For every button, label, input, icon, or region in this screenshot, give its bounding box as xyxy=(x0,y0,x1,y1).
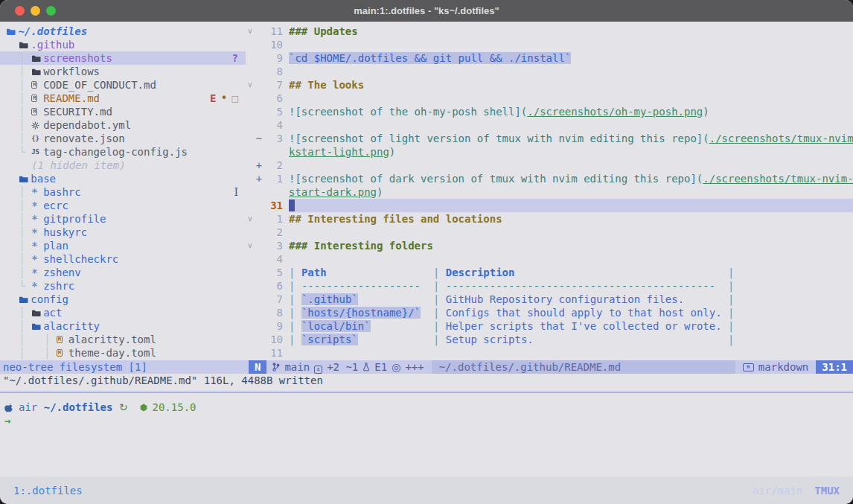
tree-item-tag-changelog-config-js[interactable]: └ JStag-changelog-config.js xyxy=(0,145,246,159)
editor-line[interactable]: ∨11### Updates xyxy=(246,25,853,38)
line-number: 4 xyxy=(263,252,283,266)
editor-line[interactable]: 11 xyxy=(246,346,853,360)
prompt-arrow[interactable]: → xyxy=(4,414,10,427)
editor-line[interactable]: 9`cd $HOME/.dotfiles && git pull && ./in… xyxy=(246,51,853,65)
editor-line[interactable]: 6 xyxy=(246,92,853,105)
fold-marker[interactable]: ∨ xyxy=(246,212,255,226)
editor-line[interactable]: 8 xyxy=(246,65,853,78)
git-segment: main ±+2 ~1 E1 ◎+++ xyxy=(266,360,431,374)
tree-item-act[interactable]: │ act xyxy=(0,306,246,319)
editor-line[interactable]: 31 xyxy=(246,199,853,212)
tree-item-zshrc[interactable]: └ *zshrc xyxy=(0,279,246,293)
tree-item-theme-day-toml[interactable]: │ │ Mtheme-day.toml xyxy=(0,346,246,360)
fold-marker[interactable] xyxy=(246,185,255,199)
sync-icon: ↻ xyxy=(119,401,128,414)
editor-line[interactable]: 7| `.github` | GitHub Repository configu… xyxy=(246,293,853,306)
tree-item-label: tag-changelog-config.js xyxy=(43,145,188,159)
fold-marker[interactable] xyxy=(246,293,255,306)
line-text: kstart-light.png) xyxy=(289,145,853,159)
tree-item-badges: E•□ xyxy=(210,92,238,105)
tree-item-base[interactable]: base xyxy=(0,172,246,185)
fold-marker[interactable] xyxy=(246,65,255,78)
editor-line[interactable]: 5| Path | Description | xyxy=(246,266,853,279)
fold-marker[interactable] xyxy=(246,226,255,239)
fold-marker[interactable]: ∨ xyxy=(246,78,255,92)
tree-item-workflows[interactable]: │ workflows xyxy=(0,65,246,78)
editor-line[interactable]: kstart-light.png) xyxy=(246,145,853,159)
editor-line[interactable]: 8| `hosts/{hostname}/` | Configs that sh… xyxy=(246,306,853,319)
tree-item-label: (1 hidden item) xyxy=(31,159,125,172)
tree-item-screenshots[interactable]: │ screenshots? xyxy=(0,51,246,65)
fold-marker[interactable] xyxy=(246,199,255,212)
git-sign xyxy=(255,333,263,346)
fold-marker[interactable] xyxy=(246,92,255,105)
tree-item-zshenv[interactable]: │ *zshenv xyxy=(0,266,246,279)
fold-marker[interactable]: ∨ xyxy=(246,25,255,38)
tmux-window-tab[interactable]: 1:.dotfiles xyxy=(13,485,83,497)
fold-marker[interactable] xyxy=(246,266,255,279)
tree-guides xyxy=(0,293,19,306)
fold-marker[interactable] xyxy=(246,279,255,293)
fold-marker[interactable] xyxy=(246,105,255,118)
fold-marker[interactable]: ∨ xyxy=(246,239,255,252)
fold-marker[interactable] xyxy=(246,159,255,172)
tree-item-config[interactable]: config xyxy=(0,293,246,306)
tree-item-bashrc[interactable]: │ *bashrcI xyxy=(0,185,246,199)
tree-item-shellcheckrc[interactable]: │ *shellcheckrc xyxy=(0,252,246,266)
line-text: ![screenshot of dark version of tmux wit… xyxy=(289,172,853,185)
editor-line[interactable]: start-dark.png) xyxy=(246,185,853,199)
fold-marker[interactable] xyxy=(246,333,255,346)
tree-item-dotfiles[interactable]: ~/.dotfiles xyxy=(0,25,246,38)
editor-line[interactable]: +2 xyxy=(246,159,853,172)
tree-item-github[interactable]: .github xyxy=(0,38,246,51)
fold-marker[interactable] xyxy=(246,145,255,159)
editor-line[interactable]: ~3![screenshot of light version of tmux … xyxy=(246,132,853,145)
fold-marker[interactable] xyxy=(246,306,255,319)
editor-line[interactable]: 5![screenshot of the oh-my-posh shell](.… xyxy=(246,105,853,118)
tree-item-label: zshrc xyxy=(43,279,74,293)
git-sign xyxy=(255,105,263,118)
line-number: 5 xyxy=(263,105,283,118)
editor-line[interactable]: +1![screenshot of dark version of tmux w… xyxy=(246,172,853,185)
tree-item-dependabot-yml[interactable]: │ dependabot.yml xyxy=(0,118,246,132)
editor-line[interactable]: 10| `scripts` | Setup scripts. | xyxy=(246,333,853,346)
tree-item-gitprofile[interactable]: │ *gitprofile xyxy=(0,212,246,226)
fold-marker[interactable] xyxy=(246,132,255,145)
tree-item-code-of-conduct-md[interactable]: │ MCODE_OF_CONDUCT.md xyxy=(0,78,246,92)
tree-item-1-hidden-item[interactable]: (1 hidden item) xyxy=(0,159,246,172)
fold-marker[interactable] xyxy=(246,252,255,266)
editor-line[interactable]: ∨7## The looks xyxy=(246,78,853,92)
fold-marker[interactable] xyxy=(246,38,255,51)
tree-item-plan[interactable]: │ *plan xyxy=(0,239,246,252)
fold-marker[interactable] xyxy=(246,319,255,333)
line-text: ### Interesting folders xyxy=(289,239,853,252)
editor-line[interactable]: 9| `local/bin` | Helper scripts that I'v… xyxy=(246,319,853,333)
fold-marker[interactable] xyxy=(246,51,255,65)
editor-line[interactable]: 2 xyxy=(246,226,853,239)
editor-line[interactable]: 10 xyxy=(246,38,853,51)
tree-item-ecrc[interactable]: │ *ecrc xyxy=(0,199,246,212)
toml-file-icon: M xyxy=(57,349,63,357)
git-sign xyxy=(255,279,263,293)
tree-item-readme-md[interactable]: │ MREADME.mdE•□ xyxy=(0,92,246,105)
fold-marker[interactable] xyxy=(246,172,255,185)
editor-line[interactable]: 6| ------------------- | ---------------… xyxy=(246,279,853,293)
line-number: 9 xyxy=(263,51,283,65)
tree-item-alacritty[interactable]: │ alacritty xyxy=(0,319,246,333)
tree-item-huskyrc[interactable]: │ *huskyrc xyxy=(0,226,246,239)
editor-buffer: ∨11### Updates109`cd $HOME/.dotfiles && … xyxy=(246,22,853,360)
tree-item-security-md[interactable]: │ MSECURITY.md xyxy=(0,105,246,118)
fold-marker[interactable] xyxy=(246,118,255,132)
asterisk-file-icon: * xyxy=(31,199,37,212)
tree-guides: │ xyxy=(0,51,31,65)
tree-guides: │ xyxy=(0,306,31,319)
tree-item-alacritty-toml[interactable]: │ │ Malacritty.toml xyxy=(0,333,246,346)
editor-line[interactable]: 4 xyxy=(246,118,853,132)
editor-line[interactable]: ∨3### Interesting folders xyxy=(246,239,853,252)
tree-badge: ? xyxy=(232,51,238,65)
tree-item-renovate-json[interactable]: │ {}renovate.json xyxy=(0,132,246,145)
editor-line[interactable]: 4 xyxy=(246,252,853,266)
folder-icon xyxy=(31,68,41,76)
fold-marker[interactable] xyxy=(246,346,255,360)
editor-line[interactable]: ∨1## Interesting files and locations xyxy=(246,212,853,226)
